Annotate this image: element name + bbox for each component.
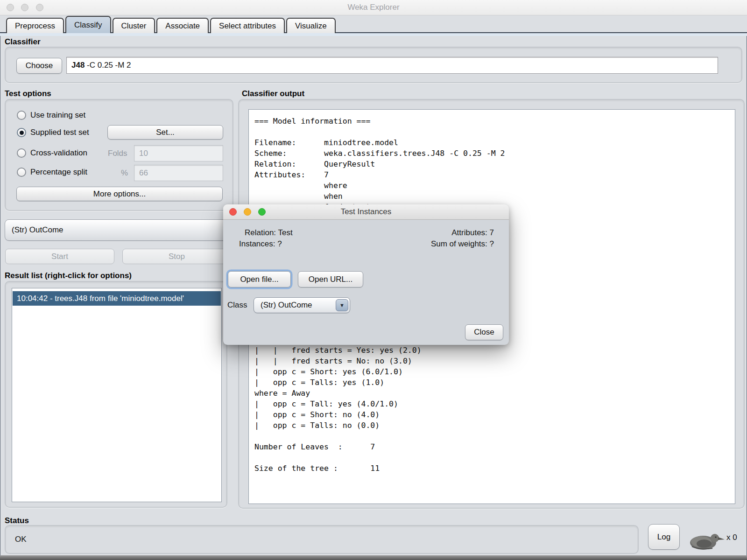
dialog-instances-label: Instances: ?	[239, 239, 282, 249]
cross-validation-label: Cross-validation	[30, 148, 87, 158]
dialog-titlebar: Test Instances	[223, 204, 509, 220]
classifier-name-bold: J48	[71, 61, 85, 70]
tab-preprocess[interactable]: Preprocess	[6, 18, 64, 33]
window-left-edge	[0, 33, 0, 555]
result-list[interactable]: 10:04:42 - trees.J48 from file 'miniodtr…	[12, 288, 222, 502]
use-training-set-label: Use training set	[30, 111, 85, 120]
test-instances-dialog: Test Instances Relation: Test Instances:…	[223, 204, 509, 345]
more-options-button[interactable]: More options...	[16, 187, 223, 201]
tab-bar: Preprocess Classify Cluster Associate Se…	[0, 15, 747, 33]
classifier-panel: Choose J48 -C 0.25 -M 2	[5, 47, 742, 83]
cross-validation-radio-icon[interactable]	[17, 148, 26, 158]
tabbar-strip	[0, 33, 747, 36]
tab-select-attributes[interactable]: Select attributes	[210, 18, 285, 33]
bird-count-label: x 0	[726, 533, 737, 542]
tab-visualize[interactable]: Visualize	[286, 18, 336, 33]
open-url-button[interactable]: Open URL...	[298, 271, 363, 287]
window-titlebar: Weka Explorer	[0, 0, 747, 15]
model-information-text: === Model information === Filename: mini…	[254, 116, 505, 212]
dialog-relation-label: Relation: Test	[245, 228, 293, 238]
dialog-title: Test Instances	[223, 207, 509, 217]
folds-field[interactable]: 10	[134, 145, 223, 161]
supplied-test-set-radio-icon[interactable]	[17, 128, 26, 137]
choose-classifier-button[interactable]: Choose	[16, 58, 62, 74]
tab-classify[interactable]: Classify	[65, 16, 111, 33]
supplied-test-set-label: Supplied test set	[30, 128, 89, 137]
status-section-label: Status	[5, 516, 29, 525]
dialog-class-label: Class	[227, 301, 247, 310]
result-list-panel: 10:04:42 - trees.J48 from file 'miniodtr…	[5, 281, 227, 508]
test-options-panel: Use training set Supplied test set Set..…	[5, 99, 233, 211]
status-message: OK	[15, 535, 27, 544]
open-file-button[interactable]: Open file...	[228, 271, 291, 287]
percent-field[interactable]: 66	[134, 165, 223, 181]
result-list-section-label: Result list (right-click for options)	[5, 271, 132, 280]
window-bottom-edge	[0, 555, 747, 560]
use-training-set-radio-icon[interactable]	[17, 111, 26, 120]
window-title: Weka Explorer	[0, 3, 747, 12]
class-attribute-value: (Str) OutCome	[12, 225, 63, 235]
dialog-sum-of-weights-label: Sum of weights: ?	[431, 239, 494, 249]
log-button[interactable]: Log	[648, 524, 680, 550]
classifier-name-field[interactable]: J48 -C 0.25 -M 2	[66, 57, 718, 74]
start-button[interactable]: Start	[5, 249, 114, 264]
percent-label: %	[121, 168, 128, 178]
tree-output-text: | | fred starts = Yes: yes (2.0) | | fre…	[254, 345, 422, 474]
close-button[interactable]: Close	[465, 324, 503, 340]
dialog-attributes-label: Attributes: 7	[451, 228, 494, 238]
set-test-set-button[interactable]: Set...	[107, 125, 223, 140]
percentage-split-label: Percentage split	[30, 168, 87, 177]
classifier-section-label: Classifier	[5, 37, 41, 47]
stop-button[interactable]: Stop	[122, 249, 231, 264]
chevron-down-icon[interactable]: ▼	[336, 299, 348, 311]
weka-bird-icon	[685, 529, 726, 552]
classifier-name-args: -C 0.25 -M 2	[85, 61, 131, 70]
tab-cluster[interactable]: Cluster	[113, 18, 155, 33]
result-list-item[interactable]: 10:04:42 - trees.J48 from file 'miniodtr…	[13, 291, 221, 306]
dialog-class-combo[interactable]: (Str) OutCome ▼	[254, 297, 350, 313]
classifier-output-section-label: Classifier output	[242, 89, 304, 98]
dialog-class-value: (Str) OutCome	[261, 301, 312, 310]
status-box: OK	[5, 525, 639, 554]
test-options-section-label: Test options	[5, 89, 51, 98]
tab-associate[interactable]: Associate	[156, 18, 209, 33]
percentage-split-radio-icon[interactable]	[17, 168, 26, 177]
class-attribute-combo[interactable]: (Str) OutCome	[5, 219, 229, 241]
folds-label: Folds	[108, 149, 127, 158]
